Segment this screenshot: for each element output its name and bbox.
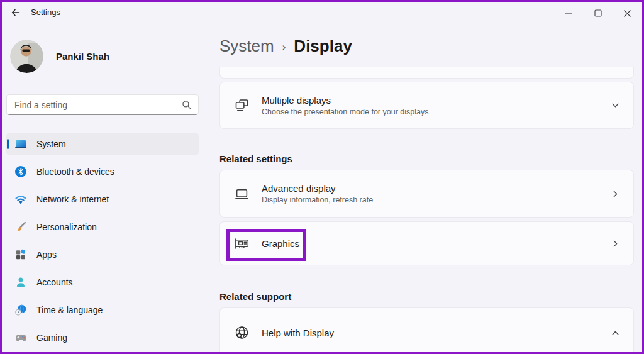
avatar [10, 40, 43, 73]
minimize-button[interactable] [553, 2, 583, 25]
sidebar-item-label: System [36, 139, 66, 149]
card-text: Help with Display [262, 328, 334, 338]
minimize-icon [565, 9, 572, 17]
related-settings-header: Related settings [219, 153, 292, 164]
accounts-icon [14, 276, 27, 289]
card-subtitle: Display information, refresh rate [262, 196, 373, 204]
graphics-icon [233, 235, 250, 252]
sidebar-item-label: Gaming [36, 333, 67, 343]
sidebar-item-gaming[interactable]: Gaming [6, 326, 199, 349]
page-title: Display [294, 36, 352, 56]
bluetooth-icon [14, 165, 27, 178]
chevron-right-icon[interactable] [611, 190, 619, 198]
sidebar-item-accounts[interactable]: Accounts [6, 271, 199, 294]
help-with-display-card[interactable]: Help with Display [219, 307, 634, 354]
advanced-display-card[interactable]: Advanced display Display information, re… [219, 170, 634, 218]
main-content: System › Display Multiple displays Choos… [208, 25, 644, 354]
breadcrumb-system[interactable]: System [219, 36, 274, 56]
graphics-card[interactable]: Graphics [219, 221, 634, 265]
sidebar-item-label: Network & internet [36, 194, 109, 204]
sidebar-nav: System Bluetooth & devices Network & int… [6, 133, 199, 354]
gaming-icon [14, 331, 27, 344]
sidebar-item-system[interactable]: System [6, 133, 199, 155]
sidebar-item-personalization[interactable]: Personalization [6, 216, 199, 238]
multiple-displays-icon [233, 97, 250, 114]
back-button[interactable] [5, 3, 26, 22]
sidebar-item-time-language[interactable]: Time & language [6, 299, 199, 321]
breadcrumb-separator: › [282, 41, 286, 53]
close-button[interactable] [613, 2, 642, 25]
sidebar-item-label: Personalization [36, 222, 97, 232]
settings-window: Settings [0, 0, 644, 354]
related-support-header: Related support [219, 291, 291, 302]
multiple-displays-card[interactable]: Multiple displays Choose the presentatio… [219, 82, 634, 129]
app-title: Settings [31, 8, 60, 17]
advanced-display-icon [233, 185, 250, 202]
card-title: Help with Display [262, 328, 334, 338]
card-text: Multiple displays Choose the presentatio… [262, 95, 428, 116]
close-icon [623, 9, 631, 18]
profile-row[interactable]: Pankil Shah [10, 40, 109, 73]
sidebar-item-label: Bluetooth & devices [36, 167, 114, 177]
card-text: Graphics [262, 238, 299, 249]
sidebar-item-label: Time & language [36, 305, 103, 315]
card-text: Advanced display Display information, re… [262, 183, 373, 204]
help-globe-search-icon [233, 324, 250, 341]
search-box [6, 94, 199, 115]
sidebar-item-label: Apps [36, 250, 57, 260]
maximize-icon [594, 9, 602, 17]
search-input[interactable] [7, 100, 182, 110]
sidebar-item-apps[interactable]: Apps [6, 243, 199, 266]
maximize-button[interactable] [583, 2, 613, 25]
selection-pill [7, 139, 9, 149]
chevron-right-icon[interactable] [611, 240, 619, 248]
sidebar-item-bluetooth[interactable]: Bluetooth & devices [6, 160, 199, 183]
card-title: Graphics [262, 238, 299, 249]
sidebar-item-network[interactable]: Network & internet [6, 188, 199, 211]
card-title: Advanced display [262, 183, 373, 194]
system-icon [14, 138, 27, 150]
card-title: Multiple displays [262, 95, 428, 106]
sidebar-item-label: Accounts [36, 277, 73, 287]
apps-icon [14, 248, 27, 261]
chevron-down-icon[interactable] [611, 101, 619, 109]
personalization-icon [14, 221, 27, 233]
titlebar: Settings [0, 0, 644, 25]
time-language-icon [14, 304, 27, 316]
chevron-up-icon[interactable] [611, 329, 619, 337]
card-subtitle: Choose the presentation mode for your di… [262, 108, 428, 116]
profile-name: Pankil Shah [56, 51, 109, 62]
sidebar: Pankil Shah System Bluetooth & devices [0, 25, 208, 354]
window-controls [553, 2, 642, 25]
back-arrow-icon [11, 8, 21, 18]
network-icon [14, 193, 27, 206]
search-icon [182, 100, 191, 109]
partial-card[interactable] [219, 67, 634, 79]
breadcrumb: System › Display [219, 36, 352, 56]
